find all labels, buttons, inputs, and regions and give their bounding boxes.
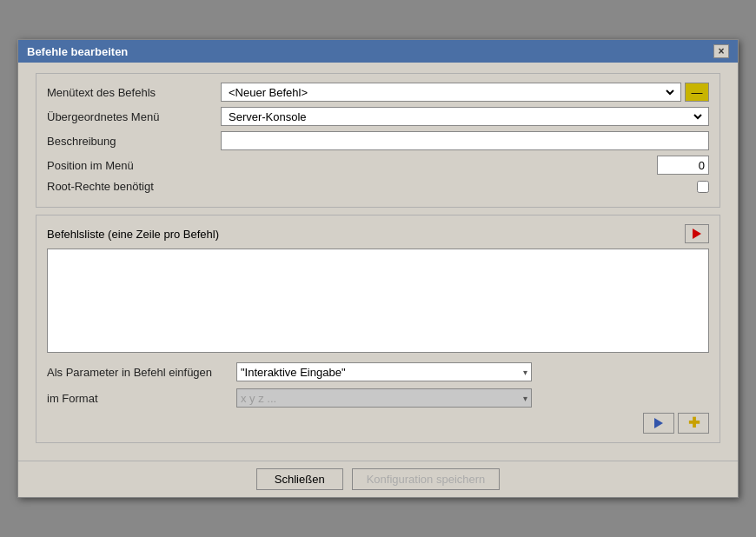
menu-text-minus-button[interactable]: —	[685, 83, 709, 102]
parent-menu-select[interactable]: Server-Konsole	[225, 108, 705, 125]
play-blue-button[interactable]	[643, 413, 674, 434]
dialog-body: Menütext des Befehls <Neuer Befehl> — Üb…	[18, 63, 738, 461]
root-rights-checkbox[interactable]	[697, 181, 709, 193]
dialog-footer: Schließen Konfiguration speichern	[18, 461, 738, 497]
format-select: x y z ...	[241, 389, 527, 407]
menu-text-select-wrapper[interactable]: <Neuer Befehl>	[221, 83, 681, 102]
position-row: Position im Menü 0	[47, 156, 709, 175]
action-buttons-row: ✚	[47, 413, 709, 434]
menu-text-label: Menütext des Befehls	[47, 86, 221, 99]
menu-text-controls: <Neuer Befehl> —	[221, 83, 709, 102]
description-input[interactable]	[221, 131, 709, 150]
parent-menu-row: Übergeordnetes Menü Server-Konsole	[47, 107, 709, 126]
commands-label: Befehlsliste (eine Zeile pro Befehl)	[47, 228, 219, 241]
title-bar: Befehle bearbeiten ×	[18, 40, 738, 63]
commands-textarea[interactable]	[47, 249, 709, 353]
format-row: im Format x y z ... ▾	[47, 388, 709, 408]
commands-header: Befehlsliste (eine Zeile pro Befehl)	[47, 224, 709, 243]
insert-param-select-wrapper[interactable]: "Interaktive Eingabe" ▾	[236, 362, 532, 381]
minus-icon: —	[692, 86, 703, 99]
dialog-window: Befehle bearbeiten × Menütext des Befehl…	[17, 39, 739, 498]
add-param-button[interactable]: ✚	[678, 413, 709, 434]
root-rights-label: Root-Rechte benötigt	[47, 180, 221, 193]
root-rights-row: Root-Rechte benötigt	[47, 180, 709, 193]
insert-param-label: Als Parameter in Befehl einfügen	[47, 366, 229, 379]
plus-icon: ✚	[688, 416, 700, 430]
format-label: im Format	[47, 392, 229, 405]
dialog-title: Befehle bearbeiten	[27, 45, 128, 58]
menu-text-row: Menütext des Befehls <Neuer Befehl> —	[47, 83, 709, 102]
play-blue-icon	[654, 418, 663, 428]
save-config-button[interactable]: Konfiguration speichern	[352, 468, 501, 490]
form-section: Menütext des Befehls <Neuer Befehl> — Üb…	[36, 73, 720, 208]
play-red-icon	[693, 229, 701, 239]
run-command-button[interactable]	[685, 224, 709, 243]
description-row: Beschreibung	[47, 131, 709, 150]
parent-menu-label: Übergeordnetes Menü	[47, 110, 221, 123]
format-select-wrapper: x y z ... ▾	[236, 388, 532, 408]
menu-text-select[interactable]: <Neuer Befehl>	[225, 83, 677, 101]
close-button[interactable]: Schließen	[256, 468, 343, 490]
insert-param-row: Als Parameter in Befehl einfügen "Intera…	[47, 362, 709, 381]
insert-param-select[interactable]: "Interaktive Eingabe"	[241, 363, 527, 381]
position-label: Position im Menü	[47, 159, 221, 172]
position-input[interactable]: 0	[657, 156, 709, 175]
close-button[interactable]: ×	[713, 44, 729, 58]
commands-section: Befehlsliste (eine Zeile pro Befehl) Als…	[36, 215, 720, 443]
description-label: Beschreibung	[47, 135, 221, 148]
parent-menu-select-wrapper[interactable]: Server-Konsole	[221, 107, 709, 126]
